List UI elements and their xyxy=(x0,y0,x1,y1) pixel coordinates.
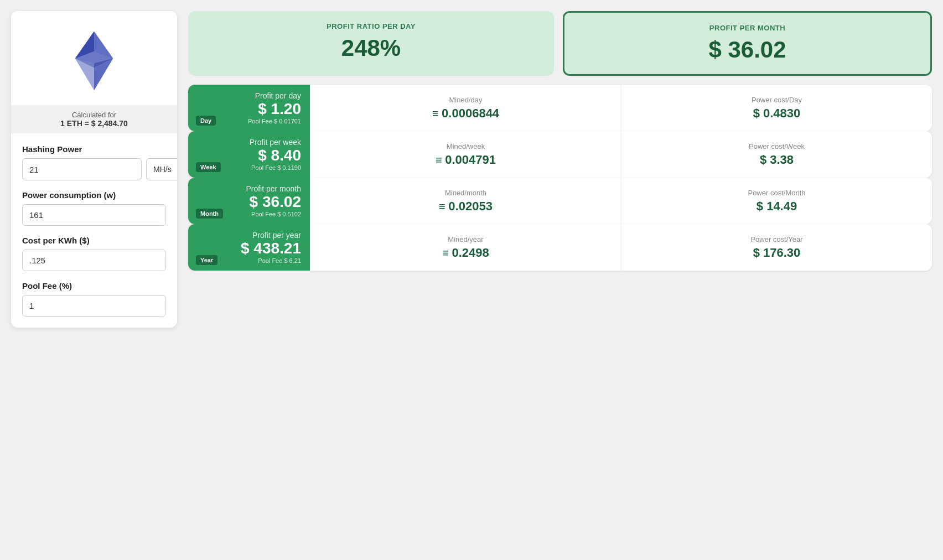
profit-label-month: Profit per month xyxy=(246,184,301,193)
profit-ratio-label: PROFIT RATIO PER DAY xyxy=(201,22,541,30)
mined-label-month: Mined/month xyxy=(445,189,486,197)
right-panel: PROFIT RATIO PER DAY 248% PROFIT PER MON… xyxy=(188,11,932,271)
cost-per-kwh-label: Cost per KWh ($) xyxy=(22,236,166,245)
mined-label-year: Mined/year xyxy=(448,235,483,243)
mined-cell-year: Mined/year 0.2498 xyxy=(310,224,621,271)
mined-value-day: 0.0006844 xyxy=(432,106,499,121)
mined-value-week: 0.004791 xyxy=(436,153,496,167)
pool-fee-month: Pool Fee $ 0.5102 xyxy=(251,211,301,217)
cost-per-kwh-input[interactable] xyxy=(22,250,166,271)
profit-ratio-value: 248% xyxy=(201,35,541,61)
pool-fee-day: Pool Fee $ 0.01701 xyxy=(248,118,301,125)
power-label-week: Power cost/Week xyxy=(749,142,805,151)
profit-label-year: Profit per year xyxy=(252,231,301,240)
row-left-year: Profit per year $ 438.21 Pool Fee $ 6.21… xyxy=(188,224,310,271)
profit-value-month: $ 36.02 xyxy=(250,193,301,211)
mined-cell-day: Mined/day 0.0006844 xyxy=(310,85,621,131)
power-label-year: Power cost/Year xyxy=(750,235,802,243)
power-cell-day: Power cost/Day $ 0.4830 xyxy=(621,85,932,131)
profit-label-day: Profit per day xyxy=(255,91,301,100)
mined-cell-week: Mined/week 0.004791 xyxy=(310,131,621,178)
pool-fee-input[interactable] xyxy=(22,295,166,317)
period-badge-year: Year xyxy=(196,255,217,265)
calc-for-section: Calculated for 1 ETH = $ 2,484.70 xyxy=(11,105,177,133)
power-cell-week: Power cost/Week $ 3.38 xyxy=(621,131,932,178)
power-value-week: $ 3.38 xyxy=(760,153,794,167)
mined-label-day: Mined/day xyxy=(449,96,483,104)
hashing-power-input[interactable] xyxy=(22,158,142,180)
data-row-month: Profit per month $ 36.02 Pool Fee $ 0.51… xyxy=(188,178,932,224)
mined-value-month: 0.02053 xyxy=(439,199,493,214)
power-value-month: $ 14.49 xyxy=(757,199,797,214)
profit-value-day: $ 1.20 xyxy=(258,100,301,118)
profit-value-week: $ 8.40 xyxy=(258,147,301,164)
hashing-power-label: Hashing Power xyxy=(22,144,166,154)
profit-per-month-card: PROFIT PER MONTH $ 36.02 xyxy=(563,11,932,76)
data-row-year: Profit per year $ 438.21 Pool Fee $ 6.21… xyxy=(188,224,932,271)
mined-label-week: Mined/week xyxy=(447,142,485,151)
power-value-day: $ 0.4830 xyxy=(753,106,801,121)
eth-price: 1 ETH = $ 2,484.70 xyxy=(17,119,172,128)
mined-value-year: 0.2498 xyxy=(442,246,489,260)
row-left-day: Profit per day $ 1.20 Pool Fee $ 0.01701… xyxy=(188,85,310,131)
power-value-year: $ 176.30 xyxy=(753,246,801,260)
profit-per-month-value: $ 36.02 xyxy=(578,37,917,63)
power-cell-year: Power cost/Year $ 176.30 xyxy=(621,224,932,271)
power-cell-month: Power cost/Month $ 14.49 xyxy=(621,178,932,224)
data-row-week: Profit per week $ 8.40 Pool Fee $ 0.1190… xyxy=(188,131,932,178)
period-badge-month: Month xyxy=(196,209,223,219)
profit-label-week: Profit per week xyxy=(250,138,301,147)
hashing-unit-select[interactable]: MH/s GH/s TH/s xyxy=(146,158,177,180)
calc-for-label: Calculated for xyxy=(72,111,116,119)
hashing-power-row: MH/s GH/s TH/s xyxy=(22,158,166,180)
profit-value-year: $ 438.21 xyxy=(241,240,301,257)
period-badge-day: Day xyxy=(196,116,216,126)
left-form: Hashing Power MH/s GH/s TH/s Power consu… xyxy=(11,133,177,328)
power-label-day: Power cost/Day xyxy=(752,96,802,104)
data-row-day: Profit per day $ 1.20 Pool Fee $ 0.01701… xyxy=(188,85,932,131)
data-rows-container: Profit per day $ 1.20 Pool Fee $ 0.01701… xyxy=(188,85,932,271)
eth-logo-area xyxy=(11,11,177,105)
top-cards: PROFIT RATIO PER DAY 248% PROFIT PER MON… xyxy=(188,11,932,76)
pool-fee-label: Pool Fee (%) xyxy=(22,281,166,291)
pool-fee-year: Pool Fee $ 6.21 xyxy=(258,257,301,264)
mined-cell-month: Mined/month 0.02053 xyxy=(310,178,621,224)
power-consumption-label: Power consumption (w) xyxy=(22,190,166,200)
left-panel: Calculated for 1 ETH = $ 2,484.70 Hashin… xyxy=(11,11,177,328)
profit-per-month-label: PROFIT PER MONTH xyxy=(578,24,917,32)
power-label-month: Power cost/Month xyxy=(748,189,805,197)
pool-fee-week: Pool Fee $ 0.1190 xyxy=(251,164,301,171)
profit-ratio-card: PROFIT RATIO PER DAY 248% xyxy=(188,11,554,76)
period-badge-week: Week xyxy=(196,162,221,172)
row-left-month: Profit per month $ 36.02 Pool Fee $ 0.51… xyxy=(188,178,310,224)
power-consumption-input[interactable] xyxy=(22,204,166,226)
eth-logo-icon xyxy=(61,28,127,94)
row-left-week: Profit per week $ 8.40 Pool Fee $ 0.1190… xyxy=(188,131,310,178)
